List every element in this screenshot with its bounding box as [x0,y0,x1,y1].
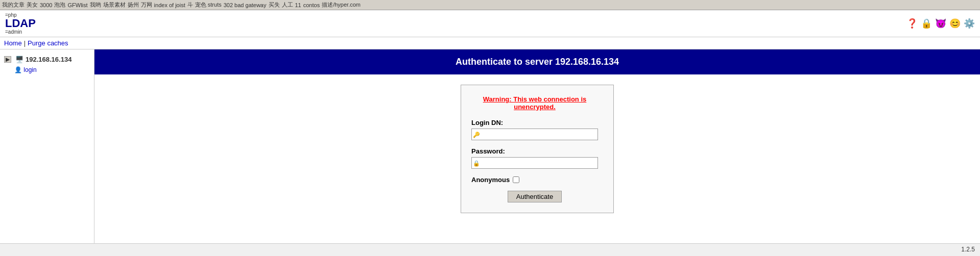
nav-separator: | [24,39,26,47]
anonymous-row: Anonymous [471,176,598,184]
server-ip-label: 192.168.16.134 [26,56,71,63]
authenticate-button[interactable]: Authenticate [508,191,562,202]
app-footer: 1.2.5 [0,243,980,255]
content-area: Authenticate to server 192.168.16.134 Wa… [94,49,980,243]
version-label: 1.2.5 [961,246,975,253]
main-layout: ▶ 🖥️ 192.168.16.134 👤 login Authenticate… [0,49,980,243]
submit-row: Authenticate [471,191,598,202]
bookmark-item[interactable]: 我的文章 [2,1,25,9]
login-dn-icon: 🔑 [473,131,480,138]
bookmark-item[interactable]: 人工 [282,1,293,9]
bookmark-item[interactable]: 我哟 [90,1,101,9]
bookmark-item[interactable]: 万网 [141,1,152,9]
bookmark-item[interactable]: 3000 [40,2,52,8]
nav-bar: Home | Purge caches [0,37,980,49]
bookmark-item[interactable]: GFWlist [67,2,87,8]
warning-message[interactable]: Warning: This web connection is unencryp… [471,95,598,111]
logo-admin: =admin [5,29,36,35]
login-dn-input[interactable] [471,129,598,140]
login-dn-wrapper: 🔑 [471,129,598,140]
anonymous-label: Anonymous [471,176,510,184]
login-dn-group: Login DN: 🔑 [471,119,598,140]
devil-icon[interactable]: 😈 [935,18,946,29]
server-icon: 🖥️ [15,56,23,63]
sidebar-expand-button[interactable]: ▶ [4,56,11,63]
home-link[interactable]: Home [4,39,22,47]
login-icon: 👤 [14,66,22,73]
login-link[interactable]: login [23,66,36,73]
bookmark-item[interactable]: 斗 [187,1,193,9]
logo: =php LDAP =admin [5,12,36,35]
password-group: Password: 🔒 [471,147,598,169]
bookmark-item[interactable]: 泡泡 [54,1,65,9]
sidebar-server-entry[interactable]: ▶ 🖥️ 192.168.16.134 [0,54,94,65]
bookmark-item[interactable]: index of joist [154,2,185,8]
panel-header: Authenticate to server 192.168.16.134 [94,49,980,74]
bookmark-item[interactable]: 买失 [269,1,280,9]
bookmark-item[interactable]: 美女 [27,1,38,9]
help-icon[interactable]: ❓ [906,18,918,29]
bookmark-item[interactable]: 场景素材 [103,1,126,9]
smile-icon[interactable]: 😊 [949,18,961,29]
bookmark-item[interactable]: 11 [295,2,301,8]
password-wrapper: 🔒 [471,157,598,169]
purge-caches-link[interactable]: Purge caches [28,39,68,47]
bookmarks-bar: 我的文章 美女 3000 泡泡 GFWlist 我哟 场景素材 扬州 万网 in… [0,0,980,10]
logo-ldap: LDAP [5,18,36,29]
password-input[interactable] [471,157,598,169]
bookmark-item[interactable]: 扬州 [128,1,139,9]
bookmark-item[interactable]: 宠色 struts [195,1,222,9]
header-icons: ❓ 🔒 😈 😊 ⚙️ [906,18,975,29]
password-icon: 🔒 [473,160,480,166]
auth-box: Warning: This web connection is unencryp… [461,85,614,213]
bookmark-item[interactable]: 302 bad gateway [224,2,267,8]
bookmark-item[interactable]: 描述/hyper.com [322,1,361,9]
sidebar: ▶ 🖥️ 192.168.16.134 👤 login [0,49,94,243]
app-header: =php LDAP =admin ❓ 🔒 😈 😊 ⚙️ [0,10,980,37]
gear-icon[interactable]: ⚙️ [964,18,975,29]
lock-icon[interactable]: 🔒 [921,18,932,29]
bookmark-item[interactable]: contos [303,2,320,8]
anonymous-checkbox[interactable] [513,176,519,183]
password-label: Password: [471,147,598,155]
login-dn-label: Login DN: [471,119,598,126]
auth-container: Warning: This web connection is unencryp… [94,74,980,223]
sidebar-login-item: 👤 login [0,65,94,74]
